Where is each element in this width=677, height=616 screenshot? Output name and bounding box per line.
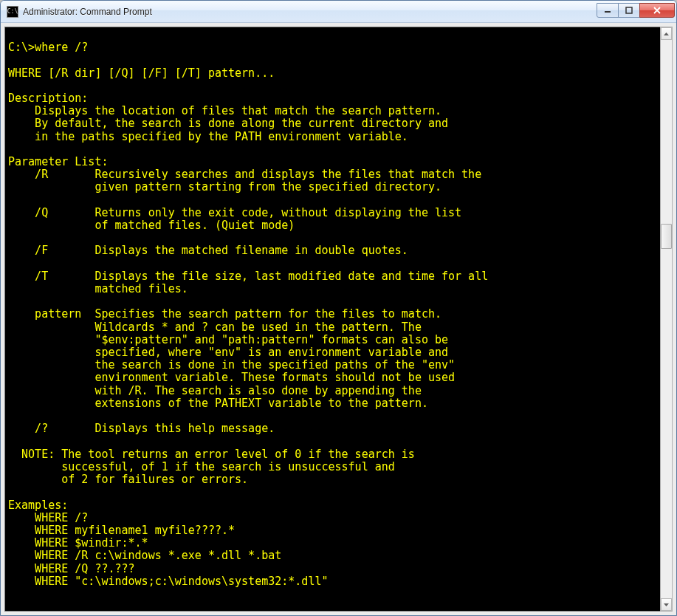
terminal-line: environment variable. These formats shou… bbox=[8, 371, 455, 384]
terminal-line: WHERE /? bbox=[8, 511, 88, 524]
terminal-line: Description: bbox=[8, 92, 88, 105]
svg-rect-0 bbox=[605, 11, 611, 13]
terminal-line: WHERE /R c:\windows *.exe *.dll *.bat bbox=[8, 549, 281, 562]
terminal-line: "$env:pattern" and "path:pattern" format… bbox=[8, 333, 448, 346]
terminal-line: /F Displays the matched filename in doub… bbox=[8, 244, 408, 257]
terminal-line: /T Displays the file size, last modified… bbox=[8, 270, 488, 283]
scroll-up-button[interactable] bbox=[661, 27, 672, 40]
terminal-line: NOTE: The tool returns an error level of… bbox=[8, 448, 415, 461]
terminal-line: matched files. bbox=[8, 282, 188, 295]
terminal-line: with /R. The search is also done by appe… bbox=[8, 384, 422, 397]
terminal-line: WHERE [/R dir] [/Q] [/F] [/T] pattern... bbox=[8, 66, 275, 80]
scroll-thumb[interactable] bbox=[661, 224, 672, 249]
command-prompt-window: C:\ Administrator: Command Prompt C:\>wh… bbox=[0, 0, 677, 616]
terminal-line: pattern Specifies the search pattern for… bbox=[8, 307, 441, 321]
maximize-button[interactable] bbox=[618, 3, 640, 18]
terminal-line: specified, where "env" is an environment… bbox=[8, 346, 448, 359]
terminal-line: WHERE myfilename1 myfile????.* bbox=[8, 524, 235, 537]
maximize-icon bbox=[625, 7, 633, 14]
terminal-output[interactable]: C:\>where /? WHERE [/R dir] [/Q] [/F] [/… bbox=[4, 27, 660, 612]
terminal-line: successful, of 1 if the search is unsucc… bbox=[8, 460, 395, 473]
minimize-icon bbox=[604, 7, 611, 14]
window-controls bbox=[597, 3, 675, 18]
terminal-line: extensions of the PATHEXT variable to th… bbox=[8, 397, 428, 410]
terminal-line: /R Recursively searches and displays the… bbox=[8, 168, 481, 181]
client-area: C:\>where /? WHERE [/R dir] [/Q] [/F] [/… bbox=[1, 23, 676, 615]
terminal-line: Parameter List: bbox=[8, 155, 108, 168]
terminal-line: WHERE "c:\windows;c:\windows\system32:*.… bbox=[8, 575, 328, 588]
terminal-line: Displays the location of files that matc… bbox=[8, 104, 441, 117]
terminal-line: given pattern starting from the specifie… bbox=[8, 180, 441, 194]
terminal-line: /Q Returns only the exit code, without d… bbox=[8, 206, 461, 219]
terminal-line: in the paths specified by the PATH envir… bbox=[8, 130, 408, 143]
window-title: Administrator: Command Prompt bbox=[23, 7, 597, 17]
vertical-scrollbar[interactable] bbox=[660, 27, 673, 612]
terminal-line: C:\>where /? bbox=[8, 41, 88, 54]
cmd-icon: C:\ bbox=[7, 6, 18, 18]
scroll-track[interactable] bbox=[661, 40, 672, 598]
minimize-button[interactable] bbox=[597, 3, 619, 18]
svg-rect-1 bbox=[626, 7, 632, 13]
chevron-up-icon bbox=[664, 32, 669, 35]
scroll-down-button[interactable] bbox=[661, 598, 672, 611]
titlebar[interactable]: C:\ Administrator: Command Prompt bbox=[1, 1, 676, 23]
terminal-line: /? Displays this help message. bbox=[8, 422, 275, 435]
terminal-line: the search is done in the specified path… bbox=[8, 358, 455, 372]
terminal-line: Examples: bbox=[8, 499, 68, 512]
close-icon bbox=[653, 7, 661, 14]
chevron-down-icon bbox=[664, 603, 669, 606]
terminal-line: of matched files. (Quiet mode) bbox=[8, 219, 295, 232]
terminal-line: By default, the search is done along the… bbox=[8, 117, 448, 130]
terminal-line: of 2 for failures or errors. bbox=[8, 473, 248, 486]
terminal-line: WHERE $windir:*.* bbox=[8, 536, 148, 550]
close-button[interactable] bbox=[639, 3, 675, 18]
terminal-line: Wildcards * and ? can be used in the pat… bbox=[8, 321, 422, 334]
terminal-line: WHERE /Q ??.??? bbox=[8, 562, 135, 575]
